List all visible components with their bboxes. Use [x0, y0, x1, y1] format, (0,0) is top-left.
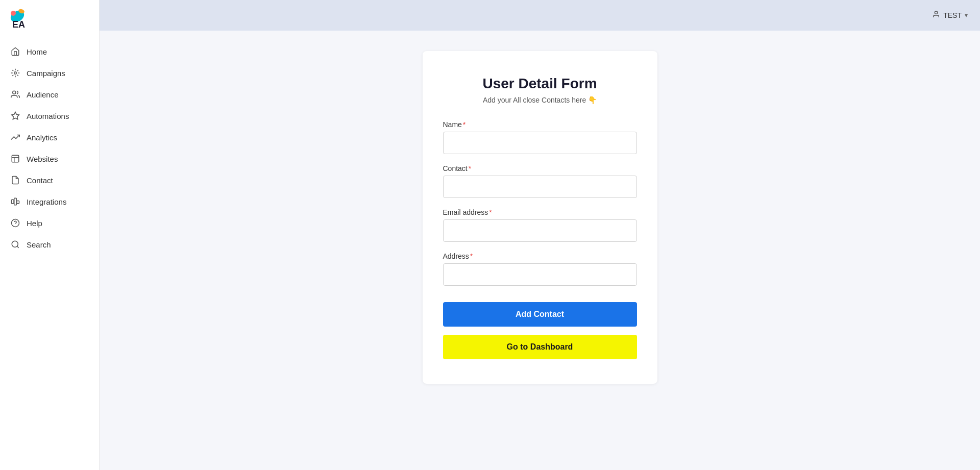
- form-title: User Detail Form: [443, 76, 637, 92]
- sidebar-item-search[interactable]: Search: [4, 234, 95, 255]
- address-input[interactable]: [443, 263, 637, 286]
- svg-point-1: [11, 11, 16, 16]
- audience-icon: [10, 89, 20, 100]
- address-field-group: Address*: [443, 252, 637, 286]
- logo-icon: EA: [8, 6, 39, 31]
- contact-label: Contact*: [443, 164, 637, 172]
- contact-field-group: Contact*: [443, 164, 637, 198]
- sidebar: EA Home Campaigns: [0, 0, 100, 470]
- email-input[interactable]: [443, 219, 637, 242]
- user-menu[interactable]: TEST ▾: [932, 10, 968, 20]
- search-icon: [10, 239, 20, 250]
- sidebar-item-help[interactable]: Help: [4, 213, 95, 233]
- sidebar-nav: Home Campaigns Audience: [0, 41, 99, 255]
- name-input[interactable]: [443, 132, 637, 154]
- sidebar-item-contact-label: Contact: [27, 176, 53, 185]
- sidebar-item-campaigns[interactable]: Campaigns: [4, 63, 95, 83]
- form-card: User Detail Form Add your All close Cont…: [423, 51, 657, 384]
- sidebar-item-search-label: Search: [27, 240, 51, 249]
- campaigns-icon: [10, 68, 20, 78]
- sidebar-item-help-label: Help: [27, 219, 42, 228]
- websites-icon: [10, 154, 20, 164]
- logo: EA: [8, 6, 39, 31]
- topbar: TEST ▾: [100, 0, 980, 31]
- sidebar-item-automations[interactable]: Automations: [4, 106, 95, 126]
- svg-marker-6: [12, 112, 19, 119]
- name-field-group: Name*: [443, 120, 637, 154]
- chevron-down-icon: ▾: [965, 12, 968, 19]
- svg-rect-11: [14, 198, 17, 205]
- analytics-icon: [10, 132, 20, 142]
- form-subtitle: Add your All close Contacts here 👇: [443, 96, 637, 104]
- page-content: User Detail Form Add your All close Cont…: [100, 31, 980, 470]
- sidebar-item-audience[interactable]: Audience: [4, 84, 95, 105]
- user-icon: [932, 10, 940, 20]
- integrations-icon: [10, 196, 20, 207]
- automations-icon: [10, 111, 20, 121]
- sidebar-item-analytics[interactable]: Analytics: [4, 127, 95, 147]
- address-required-star: *: [470, 252, 473, 260]
- logo-area: EA: [0, 0, 99, 37]
- user-name: TEST: [943, 11, 962, 19]
- home-icon: [10, 46, 20, 57]
- svg-point-4: [14, 72, 17, 75]
- sidebar-item-analytics-label: Analytics: [27, 133, 57, 142]
- sidebar-item-contact[interactable]: Contact: [4, 170, 95, 190]
- svg-point-5: [13, 91, 16, 94]
- svg-text:EA: EA: [12, 19, 25, 30]
- email-required-star: *: [489, 208, 492, 216]
- sidebar-item-websites-label: Websites: [27, 155, 58, 163]
- help-icon: [10, 218, 20, 228]
- go-to-dashboard-button[interactable]: Go to Dashboard: [443, 335, 637, 359]
- svg-rect-12: [17, 201, 19, 204]
- sidebar-item-home-label: Home: [27, 47, 47, 56]
- contact-icon: [10, 175, 20, 185]
- email-label: Email address*: [443, 208, 637, 216]
- contact-required-star: *: [469, 164, 471, 172]
- main-content: TEST ▾ User Detail Form Add your All clo…: [100, 0, 980, 470]
- svg-point-17: [935, 11, 938, 14]
- email-field-group: Email address*: [443, 208, 637, 242]
- contact-input[interactable]: [443, 176, 637, 198]
- sidebar-item-campaigns-label: Campaigns: [27, 69, 65, 78]
- sidebar-item-integrations-label: Integrations: [27, 197, 66, 206]
- sidebar-item-automations-label: Automations: [27, 112, 69, 120]
- sidebar-item-home[interactable]: Home: [4, 41, 95, 62]
- add-contact-button[interactable]: Add Contact: [443, 302, 637, 327]
- sidebar-item-websites[interactable]: Websites: [4, 149, 95, 169]
- name-label: Name*: [443, 120, 637, 129]
- svg-rect-10: [12, 200, 14, 204]
- svg-point-15: [12, 241, 18, 247]
- address-label: Address*: [443, 252, 637, 260]
- name-required-star: *: [463, 120, 465, 129]
- svg-line-16: [17, 246, 18, 248]
- sidebar-item-integrations[interactable]: Integrations: [4, 191, 95, 212]
- sidebar-item-audience-label: Audience: [27, 90, 59, 99]
- svg-rect-7: [12, 155, 19, 162]
